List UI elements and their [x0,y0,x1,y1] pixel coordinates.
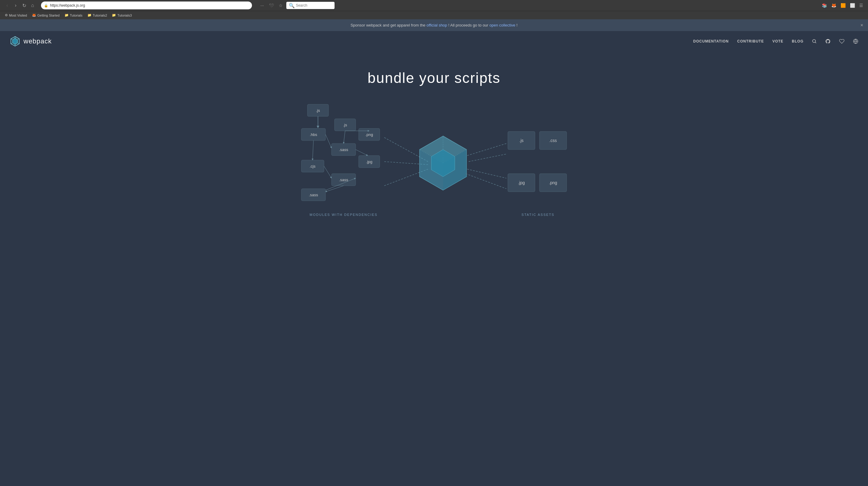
logo-text: webpack [24,37,52,45]
search-nav-button[interactable] [812,39,817,44]
open-collective-link[interactable]: open collective [490,23,516,27]
svg-text:.sass: .sass [309,193,318,197]
svg-line-51 [467,144,506,156]
most-visited-label: Most Visited [9,13,27,17]
forward-button[interactable]: › [12,2,19,9]
svg-text:.cjs: .cjs [310,164,315,169]
home-button[interactable]: ⌂ [29,2,36,9]
official-shop-link[interactable]: official shop [427,23,447,27]
firefox-icon[interactable]: 🦊 [830,2,838,8]
hero-title: bundle your scripts [6,70,862,86]
banner-text-after: ! [516,23,518,27]
navbar-logo[interactable]: webpack [10,36,52,47]
globe-icon [853,39,858,44]
url-text: https://webpack.js.org [50,3,249,7]
nav-documentation[interactable]: DOCUMENTATION [693,39,729,43]
menu-dots-button[interactable]: ··· [259,2,265,8]
svg-line-53 [467,169,506,178]
hero-section: bundle your scripts [0,52,868,92]
heart-icon [839,39,844,44]
svg-line-54 [466,174,506,189]
sponsor-nav-button[interactable] [839,39,844,44]
search-icon: 🔍 [289,3,295,8]
svg-line-10 [815,42,816,43]
svg-line-52 [469,154,506,161]
search-icon [812,39,817,44]
address-bar[interactable]: 🔒 https://webpack.js.org [41,1,252,9]
svg-line-34 [326,134,332,148]
svg-line-33 [313,141,313,160]
svg-text:.png: .png [365,132,373,137]
svg-text:.js: .js [519,138,524,143]
lock-icon: 🔒 [44,4,48,7]
svg-line-32 [344,131,345,144]
bookmark-getting-started[interactable]: 🦊 Getting Started [30,13,61,18]
tutorials3-icon: 📁 [112,13,116,17]
announcement-banner: Sponsor webpack and get apparel from the… [0,19,868,31]
reload-button[interactable]: ↻ [21,2,28,9]
svg-text:.css: .css [550,138,557,143]
bookmark-most-visited[interactable]: ⚙ Most Visited [3,13,29,18]
svg-line-35 [355,150,368,156]
page-content: Sponsor webpack and get apparel from the… [0,19,868,237]
banner-text-before: Sponsor webpack and get apparel from the [350,23,427,27]
svg-text:STATIC ASSETS: STATIC ASSETS [521,213,554,216]
tutorials2-label: Tutorials2 [93,13,107,17]
library-icon[interactable]: 📚 [821,2,828,8]
webpack-logo-icon [10,36,21,47]
search-bar-container: 🔍 [286,2,335,9]
getting-started-icon: 🦊 [32,13,36,17]
search-input[interactable] [296,3,332,7]
bookmark-star-button[interactable]: ☆ [278,2,284,8]
nav-blog[interactable]: BLOG [792,39,804,43]
svg-text:.sass: .sass [339,147,348,152]
tutorials-label: Tutorials [70,13,83,17]
bookmark-tutorials3[interactable]: 📁 Tutorials3 [110,13,133,18]
back-button[interactable]: ‹ [4,2,11,9]
svg-text:.jpg: .jpg [366,159,373,164]
browser-chrome: ‹ › ↻ ⌂ 🔒 https://webpack.js.org ··· 🖤 ☆… [0,0,868,19]
bundle-diagram: .js .js .hbs .png .sass .jpg .cjs .sas [299,101,569,228]
getting-started-label: Getting Started [37,13,60,17]
browser-titlebar: ‹ › ↻ ⌂ 🔒 https://webpack.js.org ··· 🖤 ☆… [0,0,868,11]
github-nav-button[interactable] [825,39,831,44]
diagram-container: .js .js .hbs .png .sass .jpg .cjs .sas [0,92,868,237]
address-bar-container: 🔒 https://webpack.js.org [41,1,252,9]
svg-line-36 [324,166,332,178]
svg-text:.jpg: .jpg [518,180,525,185]
pocket-button[interactable]: 🖤 [268,2,275,8]
svg-text:.png: .png [549,180,557,185]
menu-button[interactable]: ☰ [858,2,864,8]
toolbar-icons: 📚 🦊 🟧 ⬜ ☰ [821,2,864,8]
tutorials3-label: Tutorials3 [117,13,132,17]
tutorials2-icon: 📁 [87,13,92,17]
tutorials-icon: 📁 [64,13,69,17]
bookmarks-bar: ⚙ Most Visited 🦊 Getting Started 📁 Tutor… [0,11,868,19]
svg-text:.sass: .sass [339,178,348,182]
nav-vote[interactable]: VOTE [772,39,784,43]
navbar-nav: DOCUMENTATION CONTRIBUTE VOTE BLOG [693,39,858,44]
svg-text:.js: .js [343,123,347,127]
svg-text:MODULES WITH DEPENDENCIES: MODULES WITH DEPENDENCIES [310,213,377,216]
nav-contribute[interactable]: CONTRIBUTE [737,39,764,43]
tabs-icon[interactable]: ⬜ [849,2,856,8]
banner-close-button[interactable]: × [861,23,863,28]
addon-icon[interactable]: 🟧 [839,2,847,8]
svg-text:.hbs: .hbs [310,132,317,137]
browser-actions: ··· 🖤 ☆ [259,2,284,8]
banner-text-middle: ! All proceeds go to our [448,23,490,27]
github-icon [825,39,831,44]
bookmark-tutorials[interactable]: 📁 Tutorials [63,13,84,18]
svg-text:.js: .js [316,108,320,113]
most-visited-icon: ⚙ [5,13,8,17]
bookmark-tutorials2[interactable]: 📁 Tutorials2 [86,13,109,18]
nav-arrows: ‹ › ↻ ⌂ [4,2,36,9]
language-nav-button[interactable] [853,39,858,44]
navbar: webpack DOCUMENTATION CONTRIBUTE VOTE BL… [0,31,868,52]
